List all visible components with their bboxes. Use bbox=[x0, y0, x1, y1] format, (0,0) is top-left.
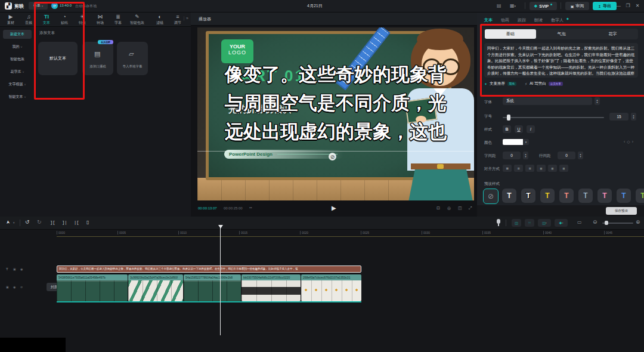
sidebar-item-mine[interactable]: 我的˅ bbox=[3, 42, 32, 51]
line-spacing-value[interactable]: 0 bbox=[558, 152, 575, 159]
play-button[interactable]: ▶ bbox=[332, 205, 336, 211]
fit-zoom-icon[interactable]: ◎ bbox=[447, 206, 451, 211]
timeline-zoom-knob[interactable] bbox=[605, 221, 608, 225]
align-bottom-button[interactable]: ≡ bbox=[559, 165, 568, 172]
italic-button[interactable]: I bbox=[527, 125, 535, 133]
menu-button[interactable]: 菜单▾ bbox=[29, 2, 48, 10]
main-track-magnet-toggle[interactable]: ◫ bbox=[512, 219, 521, 227]
timeline-view-icon[interactable]: ▭ bbox=[577, 220, 582, 225]
voiceover-script-card[interactable]: 会员尝鲜 ▤ 添加口播稿 bbox=[82, 42, 113, 75]
keyboard-shortcuts-icon[interactable]: ▤ bbox=[497, 3, 501, 8]
copy-recommend-button[interactable]: 文案推荐 bbox=[490, 81, 505, 87]
subtab-basic[interactable]: 基础 bbox=[485, 29, 536, 39]
sidebar-item-text-templates[interactable]: 文字模版˅ bbox=[3, 80, 32, 89]
font-select[interactable]: 系统 bbox=[503, 97, 592, 105]
auto-snap-toggle[interactable]: ⁙ bbox=[525, 219, 534, 227]
letter-spacing-value[interactable]: 0 bbox=[503, 152, 521, 159]
undo-icon[interactable]: ↺ bbox=[25, 219, 30, 225]
video-clip-5[interactable]: 268eff3a7cbcec676d2107a1353c31 bbox=[301, 274, 361, 301]
sidebar-item-new-text[interactable]: 新建文本 bbox=[3, 30, 32, 39]
tab-animation[interactable]: 动画 bbox=[501, 17, 509, 23]
split-icon[interactable]: ][ bbox=[50, 220, 55, 225]
cloud-sync-icon[interactable]: ⟳ bbox=[51, 2, 58, 9]
ratio-icon[interactable]: ◫ bbox=[458, 206, 462, 211]
preset-style-5[interactable]: T bbox=[578, 189, 593, 203]
line-spacing-stepper[interactable]: ▲▼ bbox=[578, 152, 583, 159]
playhead-line[interactable] bbox=[220, 225, 221, 335]
linkage-toggle[interactable]: ◫▾ bbox=[538, 219, 551, 227]
preset-style-1[interactable]: T bbox=[502, 189, 516, 203]
save-preset-button[interactable]: 保存预设 bbox=[606, 207, 637, 215]
sidebar-item-smart-text[interactable]: 智能文本˅ bbox=[3, 92, 32, 101]
size-slider-knob[interactable] bbox=[507, 115, 510, 121]
trim-right-icon[interactable]: |[ bbox=[74, 220, 79, 225]
zoom-out-icon[interactable]: ⊖ bbox=[593, 219, 597, 225]
size-slider-track[interactable] bbox=[503, 117, 604, 118]
tab-smart-pack[interactable]: ✎智能包装 bbox=[127, 14, 147, 26]
text-clip[interactable]: 同学们，大家好，今天我们将一起进入到奇妙的光之旅，探索光的折射。我们将从这三个方… bbox=[57, 265, 361, 273]
color-swatch[interactable] bbox=[503, 139, 523, 145]
subtab-fancy[interactable]: 花字 bbox=[587, 29, 638, 39]
video-clip-2[interactable]: 3c99920bd3a15d47a39cec0e2df90f bbox=[128, 274, 183, 301]
ai-write-button[interactable]: AI 写旁白 bbox=[530, 81, 546, 87]
video-clip-4[interactable]: bb03075504affd6c22df7206cc0220 bbox=[242, 274, 301, 301]
subtab-bubble[interactable]: 气泡 bbox=[536, 29, 587, 39]
preset-style-8[interactable]: T bbox=[636, 189, 644, 203]
cursor-tool-caret[interactable]: ▾ bbox=[13, 221, 15, 224]
export-button[interactable]: ↥导出 bbox=[593, 2, 617, 10]
size-value[interactable]: 15 bbox=[609, 113, 628, 121]
timeline-ruler[interactable]: 0000 0005 0010 0015 0020 0025 0030 0035 … bbox=[0, 230, 644, 237]
panel-collapse-icon[interactable]: » bbox=[186, 16, 188, 20]
preset-none[interactable]: ⊘ bbox=[483, 189, 499, 204]
letter-spacing-stepper[interactable]: ▲▼ bbox=[523, 152, 528, 159]
tab-overflow-icon[interactable]: ⋮ bbox=[182, 16, 186, 21]
bold-button[interactable]: B bbox=[503, 125, 511, 133]
tab-digital-human[interactable]: 数字人 bbox=[551, 17, 564, 23]
quality-icon[interactable]: ⊡ bbox=[436, 206, 440, 211]
default-text-card[interactable]: 默认文本 bbox=[38, 42, 78, 75]
preset-style-6[interactable]: T bbox=[597, 189, 612, 203]
underline-button[interactable]: U bbox=[515, 125, 523, 133]
playhead-handle[interactable] bbox=[218, 225, 223, 229]
tab-text[interactable]: TI文本 bbox=[38, 14, 55, 26]
zoom-in-icon[interactable]: ⊕ bbox=[636, 219, 640, 225]
redo-icon[interactable]: ↻ bbox=[37, 219, 42, 225]
tab-read-aloud[interactable]: 朗读 bbox=[534, 17, 543, 23]
lock-icon[interactable]: ▣ bbox=[6, 285, 9, 289]
keyframe-nav-icons[interactable]: ‹◇› bbox=[624, 140, 635, 144]
video-preview[interactable]: YOUR LOGO PART 01 光的折射初相识 PowerPoint Des… bbox=[197, 27, 474, 200]
align-top-button[interactable]: ≡ bbox=[537, 165, 546, 172]
record-voiceover-icon[interactable] bbox=[497, 219, 500, 224]
eye-icon[interactable]: ◉ bbox=[13, 285, 16, 289]
import-subtitles-card[interactable]: ▱ 导入本地字幕 bbox=[117, 42, 148, 75]
sidebar-item-smart-pack[interactable]: 智能包装 bbox=[3, 55, 32, 64]
sidebar-item-fancy-text[interactable]: 花字库˅ bbox=[3, 67, 32, 76]
lock-icon[interactable]: ▣ bbox=[13, 267, 16, 271]
maximize-button[interactable]: ❐ bbox=[624, 3, 632, 8]
tab-tracking[interactable]: 跟踪 bbox=[518, 17, 526, 23]
eye-icon[interactable]: ◉ bbox=[20, 267, 23, 271]
delete-icon[interactable]: ▯ bbox=[86, 220, 89, 225]
tab-sticker[interactable]: ◔贴纸 bbox=[55, 14, 73, 26]
preset-style-2[interactable]: T bbox=[521, 189, 535, 203]
tab-media[interactable]: ▶素材 bbox=[2, 14, 20, 26]
close-button[interactable]: ✕ bbox=[633, 3, 642, 8]
svip-button[interactable]: ◆SVIP bbox=[530, 2, 557, 10]
overlay-subtitle-text[interactable]: 像变了。这些奇妙的现象背 与周围空气是不同介质，光 远处出现虚幻的景象，这也 bbox=[197, 60, 474, 146]
preview-axis-toggle[interactable]: ✚▾ bbox=[555, 219, 568, 227]
align-left-button[interactable]: ≡ bbox=[503, 165, 512, 172]
tab-transitions[interactable]: ⋈转场 bbox=[91, 14, 109, 26]
size-stepper[interactable]: ▲▼ bbox=[631, 113, 636, 121]
preset-style-4[interactable]: T bbox=[559, 189, 574, 203]
fullscreen-icon[interactable]: ⤢ bbox=[469, 206, 472, 211]
tab-text-props[interactable]: 文本 bbox=[484, 17, 493, 23]
align-center-button[interactable]: ≡ bbox=[514, 165, 523, 172]
mute-icon[interactable]: ⊘ bbox=[20, 285, 23, 289]
minimize-button[interactable]: — bbox=[614, 3, 623, 8]
preset-style-3[interactable]: T bbox=[540, 189, 555, 203]
tab-audio[interactable]: ♫音频 bbox=[20, 14, 38, 26]
frame-step-icons[interactable]: ▪▪ bbox=[249, 206, 252, 209]
align-right-button[interactable]: ≡ bbox=[525, 165, 534, 172]
tab-effects[interactable]: ✳特效 bbox=[73, 14, 91, 26]
font-select-stepper[interactable]: ▲▼ bbox=[595, 97, 600, 105]
